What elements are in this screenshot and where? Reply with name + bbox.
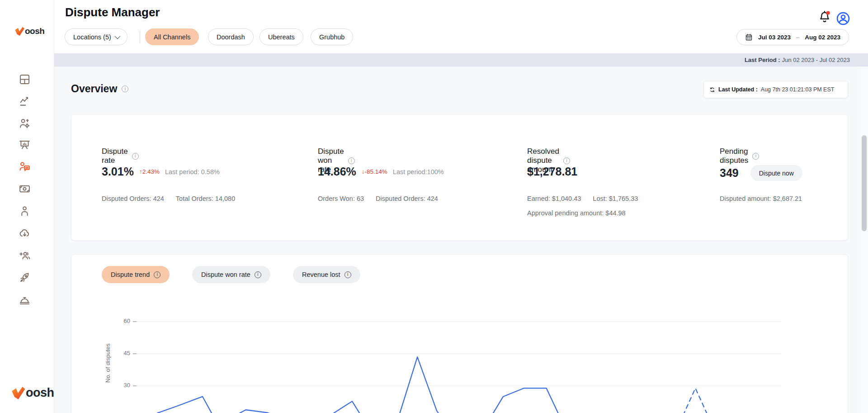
metric-stat: Orders Won: 63 — [318, 195, 364, 202]
metric-value-row: 3.01% ↑2.43% Last period: 0.58% — [102, 165, 220, 178]
channel-chip-label: Doordash — [217, 33, 245, 41]
analytics-icon — [19, 95, 31, 107]
metric-stat: Disputed Orders: 424 — [102, 195, 164, 202]
account-avatar[interactable] — [835, 11, 851, 26]
last-updated-badge[interactable]: Last Updated : Aug 7th 23 01:21:03 PM ES… — [704, 81, 848, 98]
y-axis-tick-label: 45 — [111, 350, 130, 356]
scrollbar-thumb[interactable] — [862, 135, 867, 231]
tab-dispute-trend[interactable]: Dispute trend — [102, 266, 170, 283]
sidebar-item-profile[interactable] — [19, 205, 31, 217]
page-title: Dispute Manager — [65, 5, 160, 19]
refresh-icon — [709, 87, 715, 93]
metric-title: Dispute rate — [102, 147, 139, 165]
sidebar-item-growth[interactable] — [19, 271, 31, 284]
sidebar-item-concierge[interactable] — [19, 294, 31, 306]
avatar-icon — [835, 11, 851, 26]
notifications-button[interactable] — [817, 10, 832, 24]
overview-heading: Overview — [71, 83, 128, 95]
metric-value: 14.86% — [318, 165, 356, 178]
tab-info-icon[interactable] — [344, 271, 351, 278]
metric-stats: Orders Won: 63 Disputed Orders: 424 — [318, 195, 438, 202]
sidebar-item-user-settings[interactable] — [19, 117, 31, 129]
date-range-separator: – — [796, 34, 799, 41]
metric-info-icon[interactable] — [348, 157, 355, 164]
metric-stats: Disputed Orders: 424 Total Orders: 14,08… — [102, 195, 235, 202]
metric-info-icon[interactable] — [563, 157, 570, 164]
metric-info-icon[interactable] — [132, 153, 139, 160]
last-period-label: Last Period : — [745, 57, 780, 63]
sidebar-item-dashboard[interactable] — [19, 73, 31, 85]
metric-title: Pending disputes — [720, 147, 759, 165]
channel-chip-all-channels[interactable]: All Channels — [145, 28, 199, 45]
last-period-banner: Last Period : Jun 02 2023 - Jul 02 2023 — [54, 53, 868, 66]
calendar-icon — [745, 33, 753, 41]
last-period-value: Jun 02 2023 - Jul 02 2023 — [782, 57, 850, 63]
payments-icon — [19, 183, 31, 195]
scrollbar-track[interactable] — [860, 66, 868, 413]
tab-label: Revenue lost — [302, 271, 340, 278]
dispute-manager-icon — [19, 161, 31, 173]
tab-revenue-lost[interactable]: Revenue lost — [293, 266, 360, 283]
filter-divider — [140, 30, 140, 43]
channel-chip-ubereats[interactable]: Ubereats — [259, 28, 303, 45]
metric-value: $1,278.81 — [527, 165, 577, 178]
dispute-trend-chart — [136, 313, 781, 413]
notification-dot — [826, 11, 830, 14]
sidebar-item-add-team[interactable] — [19, 249, 31, 261]
metric-info-icon[interactable] — [752, 153, 759, 160]
sidebar-item-analytics[interactable] — [19, 95, 31, 107]
dispute-now-button[interactable]: Dispute now — [750, 165, 802, 181]
chart-y-axis-label: No. of disputes — [104, 313, 111, 413]
metric-stat: Lost: $1,765.33 — [593, 195, 638, 202]
date-range-start: Jul 03 2023 — [758, 34, 791, 41]
tab-info-icon[interactable] — [255, 271, 261, 278]
voosh-footer-logo: oosh — [11, 386, 54, 400]
tab-label: Dispute won rate — [201, 271, 250, 278]
metric-change: ↑2.43% — [139, 168, 160, 175]
locations-dropdown-label: Locations (5) — [73, 33, 111, 41]
voosh-footer-logo-text: oosh — [26, 386, 54, 400]
chevron-down-icon — [114, 33, 120, 39]
add-team-icon — [19, 249, 31, 261]
sidebar-item-payments[interactable] — [19, 183, 31, 195]
presentation-icon — [19, 139, 31, 151]
overview-metrics-card: Dispute rate 3.01% ↑2.43% Last period: 0… — [71, 114, 848, 241]
voosh-logo[interactable]: oosh — [14, 26, 44, 36]
voosh-footer-logo-mark — [11, 386, 26, 400]
sidebar-item-dispute-manager[interactable] — [19, 161, 31, 173]
locations-dropdown[interactable]: Locations (5) — [65, 28, 127, 45]
overview-info-icon[interactable] — [122, 85, 128, 92]
metric-stat: Disputed Orders: 424 — [376, 195, 438, 202]
metric-value-row: $1,278.81 — [527, 165, 577, 178]
bell-icon — [817, 10, 832, 24]
metric-stat: Disputed amount: $2,687.21 — [720, 195, 802, 202]
dispute-manager-app: oosh — [0, 0, 868, 413]
metric-stat: Total Orders: 14,080 — [176, 195, 235, 202]
metric-value-row: 349 Dispute now — [720, 165, 802, 181]
metric-value: 3.01% — [102, 165, 134, 178]
metric-stats: Disputed amount: $2,687.21 — [720, 195, 802, 202]
date-range-end: Aug 02 2023 — [805, 34, 840, 41]
metric-title-text: Pending disputes — [720, 147, 748, 165]
last-updated-label: Last Updated : — [718, 86, 758, 93]
metric-stat-secondary: Approval pending amount: $44.98 — [527, 209, 626, 217]
service-bell-icon — [19, 294, 31, 306]
user-settings-icon — [19, 117, 31, 129]
metric-last-period: Last period: 0.58% — [165, 168, 220, 176]
tab-dispute-won-rate[interactable]: Dispute won rate — [192, 266, 270, 283]
channel-chip-grubhub[interactable]: Grubhub — [311, 28, 353, 45]
sidebar-item-presentation[interactable] — [19, 139, 31, 151]
metric-value: 349 — [720, 166, 739, 180]
y-axis-tick-label: 30 — [111, 382, 130, 389]
tab-info-icon[interactable] — [154, 271, 160, 278]
date-range-picker[interactable]: Jul 03 2023 – Aug 02 2023 — [736, 29, 849, 45]
sidebar-item-downloads[interactable] — [19, 227, 31, 239]
overview-heading-text: Overview — [71, 83, 117, 95]
metric-last-period: Last period:100% — [393, 168, 444, 176]
tab-label: Dispute trend — [111, 271, 150, 278]
channel-chip-doordash[interactable]: Doordash — [208, 28, 254, 45]
profile-icon — [19, 205, 31, 217]
top-header: Dispute Manager Locations (5) All Channe… — [54, 0, 868, 53]
channel-chip-label: Ubereats — [268, 33, 295, 41]
metric-value-row: 14.86% ↓-85.14% Last period:100% — [318, 165, 444, 178]
